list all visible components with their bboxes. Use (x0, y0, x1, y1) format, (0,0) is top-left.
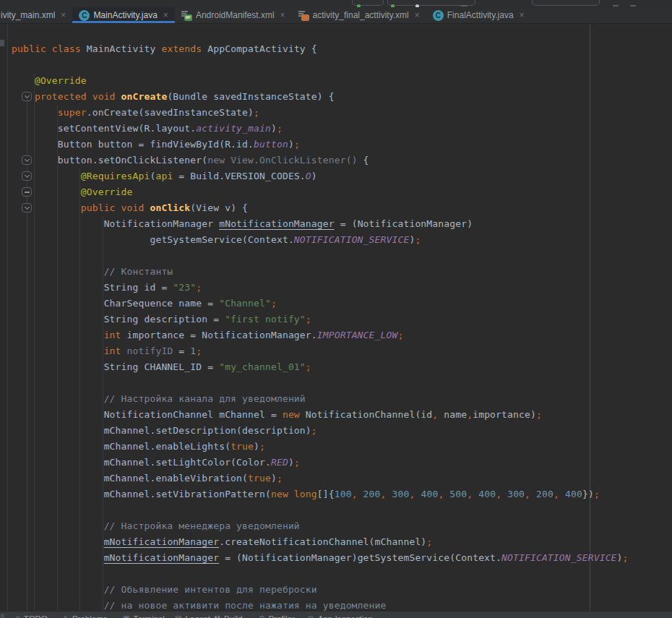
todo-icon: ≡ (16, 615, 20, 618)
editor-tab-activity-final-acttivity-xml[interactable]: activity_final_acttivity.xml× (292, 7, 426, 23)
code-line: @RequiresApi(api = Build.VERSION_CODES.O… (12, 168, 672, 184)
fold-marker-chevron[interactable] (22, 171, 32, 181)
code-line: mChannel.enableVibration(true); (12, 471, 672, 486)
main-toolbar-sliver (0, 0, 672, 7)
tool-window-button-build[interactable]: ⚒Build (214, 614, 243, 618)
tool-window-label: Logcat (185, 614, 210, 618)
java-class-icon: C (79, 10, 90, 21)
layout-file-icon (298, 10, 309, 21)
gutter-icon-sliver (0, 40, 4, 46)
code-line: @Override (12, 184, 672, 200)
code-line: public class MainActivity extends AppCom… (12, 41, 672, 57)
code-line: Button button = findViewById(R.id.button… (12, 137, 672, 153)
java-class-icon: C (433, 10, 444, 21)
code-line: mNotificationManager.createNotificationC… (12, 534, 672, 550)
tab-close-icon[interactable]: × (520, 10, 525, 20)
code-line: @Override (12, 73, 672, 89)
code-line (12, 57, 672, 73)
problems-icon: ⚠ (62, 615, 69, 618)
tab-label: FinalActtivity.java (447, 10, 514, 20)
tool-window-label: Build (224, 614, 243, 618)
code-line: // Константы (12, 264, 672, 280)
tool-window-stripe-icon (1, 614, 4, 618)
code-line: // Обьявление интентов для переброски (12, 582, 672, 598)
editor-tab-finalacttivity-java[interactable]: CFinalActtivity.java× (426, 7, 531, 23)
code-line: button.setOnClickListener(new View.OnCli… (12, 153, 672, 168)
manifest-file-icon: MF (181, 10, 192, 21)
fold-marker-chevron[interactable] (22, 155, 32, 165)
tool-window-button-profiler[interactable]: ⊙Profiler (259, 614, 295, 618)
tool-window-button-todo[interactable]: ≡TODO (16, 614, 48, 618)
collapse-icon (25, 192, 30, 193)
code-line: mChannel.enableLights(true); (12, 439, 672, 455)
tool-window-button-app-inspection[interactable]: ◎App Inspection (308, 614, 373, 618)
terminal-icon: ▣ (123, 615, 129, 618)
toolbar-icon[interactable] (630, 5, 636, 7)
chevron-down-icon (24, 205, 29, 210)
tool-window-label: Profiler (268, 614, 294, 618)
code-line: setContentView(R.layout.activity_main); (12, 121, 672, 137)
tab-label: AndroidManifest.xml (196, 10, 275, 20)
editor-tab-androidmanifest-xml[interactable]: MFAndroidManifest.xml× (175, 7, 292, 23)
tool-window-bar: ≡TODO⚠Problems▣Terminal▤Logcat⚒Build⊙Pro… (0, 611, 672, 618)
app-inspection-icon: ◎ (308, 615, 314, 618)
tool-window-button-terminal[interactable]: ▣Terminal (123, 614, 165, 618)
code-line: mChannel.setVibrationPattern(new long[]{… (12, 486, 672, 502)
tab-close-icon[interactable]: × (163, 10, 168, 20)
editor-tab-mainactivity-java[interactable]: CMainActivity.java× (72, 7, 175, 23)
code-editor[interactable]: public class MainActivity extends AppCom… (0, 24, 672, 611)
code-line: String id = "23"; (12, 280, 672, 296)
build-icon: ⚒ (214, 615, 220, 618)
tool-window-button-problems[interactable]: ⚠Problems (62, 614, 108, 618)
code-line: // на новое активити после нажатия на ув… (12, 598, 672, 611)
code-line (12, 502, 672, 518)
tool-window-label: Problems (72, 614, 108, 618)
tool-window-label: Terminal (133, 614, 164, 618)
code-line (12, 566, 672, 582)
fold-marker-minus[interactable] (22, 187, 32, 197)
gutter-separator (7, 24, 8, 611)
tab-close-icon[interactable]: × (280, 10, 285, 20)
more-actions-icon[interactable] (460, 5, 468, 7)
code-line: mChannel.setDescription(description); (12, 423, 672, 439)
fold-marker-chevron[interactable] (22, 203, 32, 213)
code-content[interactable]: public class MainActivity extends AppCom… (12, 41, 672, 611)
tool-window-button-logcat[interactable]: ▤Logcat (175, 614, 210, 618)
tool-window-label: App Inspection (318, 614, 373, 618)
code-line (12, 375, 672, 391)
code-line: getSystemService(Context.NOTIFICATION_SE… (12, 232, 672, 248)
profiler-icon: ⊙ (259, 615, 264, 618)
tab-label: ivity_main.xml (1, 10, 55, 20)
code-line: int notifyID = 1; (12, 343, 672, 359)
fold-marker-chevron[interactable] (22, 92, 32, 101)
code-line: String CHANNEL_ID = "my_channel_01"; (12, 359, 672, 375)
code-line: super.onCreate(savedInstanceState); (12, 105, 672, 121)
code-line: NotificationManager mNotificationManager… (12, 216, 672, 232)
editor-tab-ivity-main-xml[interactable]: ivity_main.xml× (0, 7, 72, 23)
code-line: int importance = NotificationManager.IMP… (12, 327, 672, 343)
tab-close-icon[interactable]: × (61, 10, 66, 20)
code-line (12, 248, 672, 264)
code-line: public void onClick(View v) { (12, 200, 672, 216)
chevron-down-icon (24, 157, 29, 162)
code-line: CharSequence name = "Channel"; (12, 296, 672, 312)
code-line: protected void onCreate(Bundle savedInst… (12, 89, 672, 105)
chevron-down-icon (24, 173, 29, 178)
device-selector-chip[interactable] (532, 0, 600, 6)
tool-window-label: TODO (24, 614, 48, 618)
tab-label: MainActivity.java (93, 10, 157, 20)
android-studio-window: ivity_main.xml×CMainActivity.java×MFAndr… (0, 0, 672, 618)
code-line: mNotificationManager = (NotificationMana… (12, 550, 672, 566)
toolbar-icon[interactable] (613, 5, 619, 7)
chevron-down-icon (24, 93, 29, 98)
code-line: String description = "first notify"; (12, 312, 672, 327)
code-line: // Настройка канала для уведомлений (12, 391, 672, 407)
tab-close-icon[interactable]: × (415, 10, 420, 20)
tab-label: activity_final_acttivity.xml (313, 10, 409, 20)
logcat-icon: ▤ (175, 615, 181, 618)
code-line: // Настройка менеджера уведомлений (12, 518, 672, 534)
code-line: mChannel.setLightColor(Color.RED); (12, 455, 672, 471)
code-line: NotificationChannel mChannel = new Notif… (12, 407, 672, 423)
editor-tab-bar: ivity_main.xml×CMainActivity.java×MFAndr… (0, 7, 672, 24)
